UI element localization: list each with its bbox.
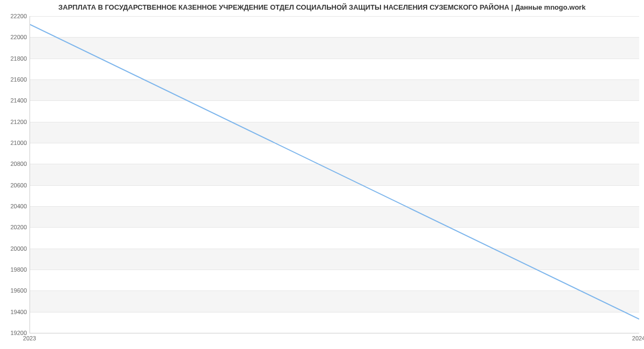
y-tick-label: 20800 (3, 161, 27, 167)
gridline (30, 333, 639, 333)
y-tick-label: 20000 (3, 245, 27, 252)
chart-title: ЗАРПЛАТА В ГОСУДАРСТВЕННОЕ КАЗЕННОЕ УЧРЕ… (0, 3, 644, 11)
y-tick-label: 21200 (3, 119, 27, 125)
y-tick-label: 19600 (3, 287, 27, 294)
y-tick-label: 19800 (3, 266, 27, 273)
x-tick-label: 2023 (23, 335, 36, 341)
y-tick-label: 20400 (3, 203, 27, 209)
y-tick-label: 19400 (3, 309, 27, 315)
y-tick-label: 20200 (3, 224, 27, 230)
y-tick-label: 21400 (3, 97, 27, 104)
plot-area (30, 16, 639, 333)
y-tick-label: 22200 (3, 13, 27, 19)
y-tick-label: 21800 (3, 55, 27, 62)
y-tick-label: 20600 (3, 182, 27, 188)
y-tick-label: 21000 (3, 140, 27, 146)
data-line (30, 25, 639, 319)
y-tick-label: 21600 (3, 76, 27, 83)
line-series (30, 16, 639, 333)
y-tick-label: 22000 (3, 34, 27, 40)
x-tick-label: 2024 (632, 335, 644, 341)
chart-container: ЗАРПЛАТА В ГОСУДАРСТВЕННОЕ КАЗЕННОЕ УЧРЕ… (0, 0, 644, 349)
